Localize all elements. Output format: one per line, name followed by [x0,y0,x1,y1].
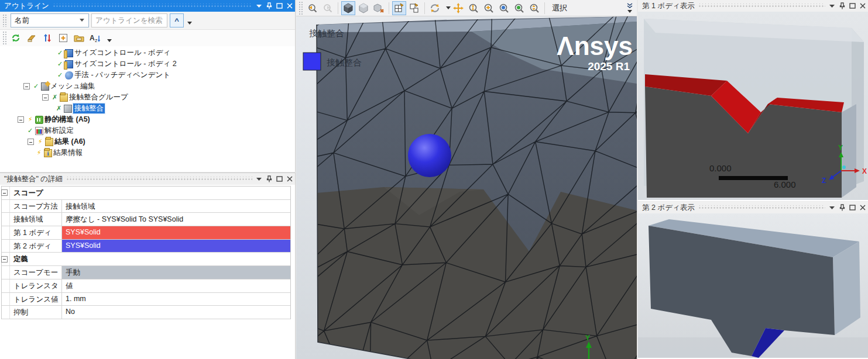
zoom-forward-button[interactable] [321,1,335,15]
collapse-expander-icon[interactable] [18,116,24,123]
expand-all-icon[interactable] [56,32,70,44]
tree-item-mesh-edit[interactable]: ✓ メッシュ編集 [0,81,295,92]
pin-icon[interactable] [839,204,845,211]
show-mesh-off-button[interactable] [407,1,421,15]
legend-swatch[interactable] [303,53,321,70]
close-icon[interactable] [860,3,866,9]
chevron-down-icon[interactable] [627,10,632,13]
panel-menu-icon[interactable] [829,205,835,210]
body1-view[interactable]: 0.000 6.000 Y X Z [638,12,868,200]
close-icon[interactable] [287,3,293,9]
box-zoom-button[interactable] [482,1,496,15]
property-value-body2[interactable]: SYS¥Solid [62,240,290,253]
table-row-body1[interactable]: 第 1 ボディ SYS¥Solid [2,226,290,240]
table-row[interactable]: トレランス値 1. mm [2,293,290,306]
toolbar-overflow[interactable] [626,3,636,13]
folder-filter-icon[interactable] [72,32,86,44]
toolbar-grip[interactable] [2,14,8,27]
collapse-expander-icon[interactable] [1,189,8,196]
collapse-all-button[interactable]: ^ [170,13,184,27]
panel-menu-icon[interactable] [256,4,262,8]
property-value[interactable]: 1. mm [62,293,290,306]
sort-alphabetical-icon[interactable]: Az [88,32,102,44]
shaded-exterior-edges-button[interactable] [341,1,355,15]
property-value[interactable]: 摩擦なし - SYS¥Solid To SYS¥Solid [62,213,290,226]
toolbar-grip[interactable] [2,31,8,45]
outline-search-input[interactable] [91,13,167,27]
tree-item-method[interactable]: ✓ 手法 - パッチディペンデント [0,70,295,81]
body2-view[interactable] [638,213,868,358]
shaded-exterior-button[interactable] [356,1,370,15]
previous-view-button[interactable] [527,1,541,15]
header-dots [66,177,252,181]
tree-item-solution[interactable]: ⚡ 結果 (A6) [0,136,295,147]
tree-item-result-info[interactable]: ⚡ 結果情報 [0,147,295,158]
property-value[interactable]: 接触領域 [62,200,290,213]
size-control-icon [65,49,73,57]
zoom-button[interactable] [466,1,481,15]
pan-button[interactable] [451,1,465,15]
table-row[interactable]: スコープ方法 接触領域 [2,200,290,213]
details-panel-header[interactable]: "接触整合" の詳細 [0,173,295,185]
maximize-icon[interactable] [849,3,856,9]
wireframe-button[interactable] [372,1,386,15]
tree-item-size-control-body[interactable]: ✓ サイズコントロール - ボディ [0,47,295,58]
tree-item-analysis-settings[interactable]: ✓ 解析設定 [0,125,295,136]
pin-icon[interactable] [266,175,272,182]
double-chevron-down-icon[interactable] [626,3,633,9]
annotation-title: 接触整合 [309,28,344,38]
zoom-to-selection-button[interactable] [512,1,526,15]
zoom-back-button[interactable] [306,1,320,15]
chevron-down-icon[interactable] [107,39,112,42]
tree-item-static-structural[interactable]: ⚡ 静的構造 (A5) [0,114,295,125]
filter-type-dropdown[interactable]: 名前 [11,13,89,27]
close-icon[interactable] [860,205,866,210]
collapse-expander-icon[interactable] [28,139,34,145]
sort-up-down-icon[interactable] [40,32,54,44]
eraser-icon[interactable] [25,32,39,44]
table-row[interactable]: 抑制 No [2,306,290,319]
refresh-icon[interactable] [9,32,23,44]
rotate-button[interactable] [428,1,442,15]
chevron-down-icon[interactable] [446,6,451,9]
static-structural-icon [35,116,43,124]
tree-item-contact-match-group[interactable]: ✗ 接触整合グループ [0,92,295,103]
check-icon: ✓ [56,49,64,57]
mesh-viewport[interactable]: 接触整合 接触整合 Λnsys 2025 R1 Y [296,16,637,359]
outline-panel-header[interactable]: アウトライン [0,0,295,12]
tree-item-size-control-body-2[interactable]: ✓ サイズコントロール - ボディ 2 [0,58,295,70]
contact-sphere-annotation[interactable] [408,134,451,177]
body1-panel-header[interactable]: 第 1 ボディ表示 [638,0,868,12]
body2-panel-header[interactable]: 第 2 ボディ表示 [638,202,868,213]
table-row[interactable]: 接触領域 摩擦なし - SYS¥Solid To SYS¥Solid [2,213,290,226]
property-value[interactable]: No [62,306,290,319]
group-header-row[interactable]: 定義 [2,253,290,266]
body2-panel-title: 第 2 ボディ表示 [642,203,695,213]
meshed-body[interactable] [296,16,637,359]
zoom-fit-button[interactable] [497,1,511,15]
ansys-mechanical-window: アウトライン 名前 ^ [0,0,868,359]
table-row-body2[interactable]: 第 2 ボディ SYS¥Solid [2,240,290,253]
select-mode-label[interactable]: 選択 [552,3,567,13]
tree-item-contact-match[interactable]: ✗ 接触整合 [0,103,295,114]
property-value-body1[interactable]: SYS¥Solid [62,226,290,239]
toolbar-grip[interactable] [299,1,304,15]
collapse-expander-icon[interactable] [42,94,49,101]
collapse-expander-icon[interactable] [1,256,8,263]
table-row[interactable]: トレランスタイプ 値 [2,279,290,293]
table-row[interactable]: スコープモード 手動 [2,266,290,279]
property-value[interactable]: 値 [62,279,290,292]
close-icon[interactable] [287,176,293,182]
panel-menu-icon[interactable] [829,4,835,8]
pin-icon[interactable] [266,2,272,9]
show-mesh-button[interactable] [392,1,406,15]
maximize-icon[interactable] [849,205,856,210]
maximize-icon[interactable] [276,176,283,182]
panel-menu-icon[interactable] [256,177,262,181]
group-header-row[interactable]: スコープ [2,187,290,200]
collapse-expander-icon[interactable] [23,83,30,89]
chevron-down-icon[interactable] [187,22,192,25]
pin-icon[interactable] [839,2,845,9]
ansys-version: 2025 R1 [588,60,630,73]
maximize-icon[interactable] [276,3,283,9]
